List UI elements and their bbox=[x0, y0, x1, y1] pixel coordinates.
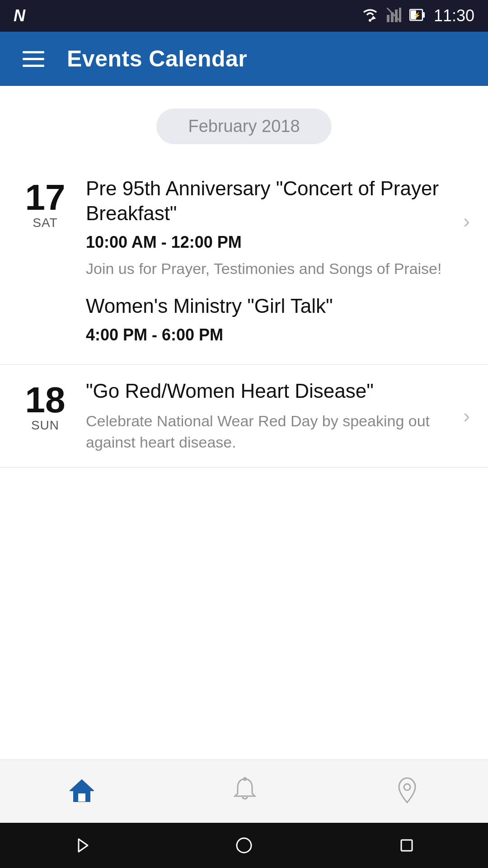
android-home-button[interactable] bbox=[226, 827, 262, 863]
event-group-sat17-event2[interactable]: Women's Ministry "Girl Talk" 4:00 PM - 6… bbox=[0, 280, 488, 365]
date-weekday-sat: SAT bbox=[33, 216, 57, 230]
event-details-gored: "Go Red/Women Heart Disease" Celebrate N… bbox=[72, 378, 470, 453]
event-title-gored: "Go Red/Women Heart Disease" bbox=[86, 378, 452, 403]
svg-rect-2 bbox=[387, 15, 389, 22]
event-time-girltalk: 4:00 PM - 6:00 PM bbox=[86, 326, 470, 344]
content-area: February 2018 17 SAT Pre 95th Anniversar… bbox=[0, 86, 488, 467]
event-title-concert: Pre 95th Anniversary "Concert of Prayer … bbox=[86, 176, 452, 226]
date-weekday-sun: SUN bbox=[31, 418, 59, 433]
hamburger-line-1 bbox=[23, 51, 44, 53]
event-arrow-concert: › bbox=[463, 210, 470, 232]
svg-text:⚡: ⚡ bbox=[413, 12, 421, 19]
month-badge-text: February 2018 bbox=[188, 117, 300, 136]
svg-marker-15 bbox=[79, 839, 88, 852]
bell-icon bbox=[232, 777, 258, 806]
android-recent-button[interactable] bbox=[389, 827, 425, 863]
month-badge-container: February 2018 bbox=[0, 86, 488, 162]
status-bar-right: ⚡ 11:30 bbox=[361, 6, 474, 25]
page-title: Events Calendar bbox=[67, 46, 247, 72]
hamburger-line-3 bbox=[23, 65, 44, 67]
hamburger-line-2 bbox=[23, 58, 44, 60]
event-desc-gored: Celebrate National Wear Red Day by speak… bbox=[86, 410, 452, 453]
event-arrow-gored: › bbox=[463, 405, 470, 427]
android-back-button[interactable] bbox=[63, 827, 99, 863]
events-list: 17 SAT Pre 95th Anniversary "Concert of … bbox=[0, 162, 488, 467]
event-title-girltalk: Women's Ministry "Girl Talk" bbox=[86, 293, 470, 318]
svg-rect-8 bbox=[422, 12, 425, 18]
svg-rect-12 bbox=[78, 793, 85, 802]
home-icon bbox=[68, 778, 95, 805]
status-time: 11:30 bbox=[434, 6, 474, 25]
nav-item-notifications[interactable] bbox=[214, 773, 276, 811]
month-badge: February 2018 bbox=[156, 108, 331, 144]
event-desc-concert: Join us for Prayer, Testimonies and Song… bbox=[86, 258, 452, 280]
date-column-17: 17 SAT bbox=[18, 176, 72, 280]
app-logo: N bbox=[14, 6, 25, 25]
event-group-sun18-event1[interactable]: 18 SUN "Go Red/Women Heart Disease" Cele… bbox=[0, 365, 488, 467]
wifi-icon bbox=[361, 8, 379, 24]
svg-point-14 bbox=[404, 784, 410, 790]
android-nav bbox=[0, 823, 488, 868]
app-bar: Events Calendar bbox=[0, 32, 488, 86]
nav-item-home[interactable] bbox=[50, 774, 113, 810]
event-details-concert: Pre 95th Anniversary "Concert of Prayer … bbox=[72, 176, 470, 280]
status-bar-left: N bbox=[14, 6, 25, 25]
battery-icon: ⚡ bbox=[409, 8, 426, 24]
event-time-concert: 10:00 AM - 12:00 PM bbox=[86, 233, 452, 252]
date-day-18: 18 bbox=[25, 382, 66, 418]
svg-rect-17 bbox=[401, 840, 412, 851]
date-column-18: 18 SUN bbox=[18, 378, 72, 453]
status-bar: N ⚡ bbox=[0, 0, 488, 32]
nav-item-map[interactable] bbox=[376, 772, 438, 811]
svg-point-1 bbox=[369, 19, 371, 22]
menu-button[interactable] bbox=[18, 47, 49, 71]
map-icon bbox=[394, 776, 420, 807]
bottom-nav bbox=[0, 760, 488, 823]
event-group-sat17-event1[interactable]: 17 SAT Pre 95th Anniversary "Concert of … bbox=[0, 162, 488, 280]
date-day-17: 17 bbox=[25, 179, 66, 216]
signal-icon bbox=[387, 8, 401, 24]
svg-point-16 bbox=[237, 838, 251, 853]
